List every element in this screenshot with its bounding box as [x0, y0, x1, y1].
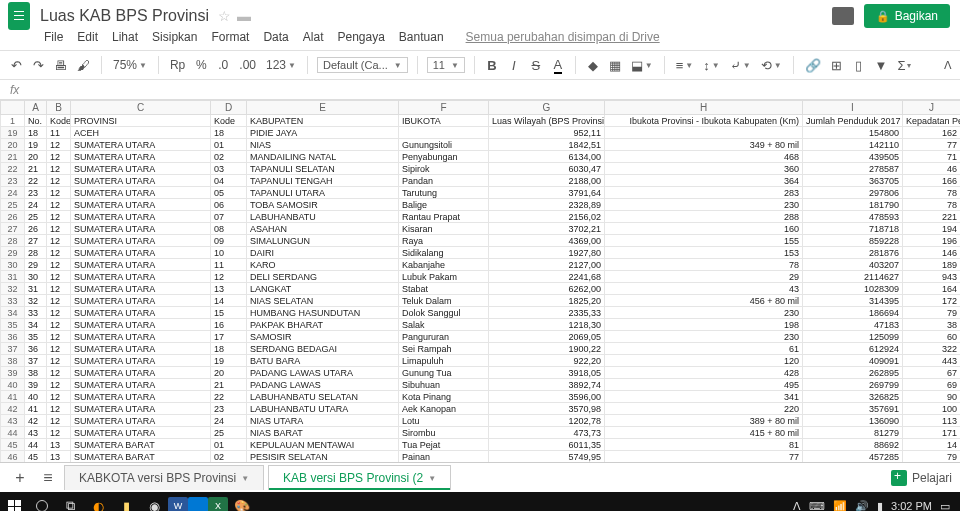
cell[interactable]: 230 [605, 199, 803, 211]
row-header[interactable]: 20 [1, 139, 25, 151]
cell[interactable]: 1900,22 [489, 343, 605, 355]
cell[interactable]: 12 [47, 199, 71, 211]
cell[interactable]: 3918,05 [489, 367, 605, 379]
cell[interactable]: 81 [605, 439, 803, 451]
cell[interactable]: Tua Pejat [399, 439, 489, 451]
cell[interactable]: 1202,78 [489, 415, 605, 427]
cell[interactable]: 37 [25, 355, 47, 367]
strike-button[interactable]: S [528, 55, 544, 75]
cell[interactable]: 12 [47, 163, 71, 175]
cell[interactable]: 3702,21 [489, 223, 605, 235]
cell[interactable]: 288 [605, 211, 803, 223]
file-explorer-icon[interactable]: ▮ [112, 492, 140, 511]
menu-format[interactable]: Format [211, 30, 249, 44]
comment-button[interactable]: ⊞ [829, 55, 845, 75]
cell[interactable]: SUMATERA BARAT [71, 439, 211, 451]
row-header[interactable]: 28 [1, 235, 25, 247]
cell[interactable]: 230 [605, 331, 803, 343]
cell[interactable]: 03 [211, 163, 247, 175]
row-header[interactable]: 19 [1, 127, 25, 139]
cell[interactable]: 47183 [803, 319, 903, 331]
cell[interactable]: Penyabungan [399, 151, 489, 163]
cell[interactable]: 12 [47, 331, 71, 343]
cell[interactable]: 18 [211, 127, 247, 139]
cell[interactable]: PADANG LAWAS UTARA [247, 367, 399, 379]
cell[interactable]: 08 [211, 223, 247, 235]
cell[interactable]: 262895 [803, 367, 903, 379]
decrease-decimal[interactable]: .0 [215, 55, 231, 75]
cell[interactable]: 12 [47, 295, 71, 307]
cell[interactable]: 20 [25, 151, 47, 163]
cell[interactable]: 12 [47, 139, 71, 151]
cell[interactable]: 2127,00 [489, 259, 605, 271]
cell[interactable]: SUMATERA UTARA [71, 415, 211, 427]
cell[interactable]: 6134,00 [489, 151, 605, 163]
col-E[interactable]: E [247, 101, 399, 115]
cell[interactable]: 12 [47, 187, 71, 199]
borders[interactable]: ▦ [607, 55, 623, 75]
cell[interactable]: SUMATERA UTARA [71, 247, 211, 259]
cell[interactable]: 2156,02 [489, 211, 605, 223]
cell[interactable]: Kota Pinang [399, 391, 489, 403]
cell[interactable]: NIAS BARAT [247, 427, 399, 439]
cell[interactable]: 13 [211, 283, 247, 295]
cell[interactable]: 357691 [803, 403, 903, 415]
menu-data[interactable]: Data [263, 30, 288, 44]
cell[interactable]: LABUHANBATU SELATAN [247, 391, 399, 403]
cell[interactable]: SUMATERA UTARA [71, 163, 211, 175]
row-header[interactable]: 22 [1, 163, 25, 175]
cell[interactable]: 473,73 [489, 427, 605, 439]
cell[interactable]: 360 [605, 163, 803, 175]
row-header[interactable]: 32 [1, 283, 25, 295]
cell[interactable]: 12 [47, 211, 71, 223]
doc-title[interactable]: Luas KAB BPS Provinsi [40, 7, 209, 25]
cell[interactable]: 39 [25, 379, 47, 391]
cell[interactable]: 221 [903, 211, 961, 223]
cell[interactable]: 153 [605, 247, 803, 259]
cell[interactable]: Painan [399, 451, 489, 463]
col-H[interactable]: H [605, 101, 803, 115]
cell[interactable]: Pandan [399, 175, 489, 187]
cell[interactable]: 341 [605, 391, 803, 403]
cell[interactable]: 155 [605, 235, 803, 247]
folder-icon[interactable]: ▬ [237, 8, 251, 24]
cell[interactable]: 12 [47, 379, 71, 391]
cell[interactable]: HUMBANG HASUNDUTAN [247, 307, 399, 319]
cell[interactable]: Gunung Tua [399, 367, 489, 379]
cell[interactable]: 02 [211, 451, 247, 463]
cell[interactable]: 71 [903, 151, 961, 163]
cell[interactable]: Kisaran [399, 223, 489, 235]
cell[interactable]: 12 [47, 151, 71, 163]
paint-format-button[interactable]: 🖌 [75, 55, 92, 75]
cortana-button[interactable] [28, 492, 56, 511]
cell[interactable]: 77 [903, 139, 961, 151]
cell[interactable]: 457285 [803, 451, 903, 463]
firefox-icon[interactable]: ◐ [84, 492, 112, 511]
cell[interactable]: TAPANULI TENGAH [247, 175, 399, 187]
word-icon[interactable]: W [168, 497, 188, 511]
cell[interactable]: 40 [25, 391, 47, 403]
cell[interactable]: 1842,51 [489, 139, 605, 151]
merge-cells[interactable]: ⬓▼ [629, 55, 655, 75]
cell[interactable]: PAKPAK BHARAT [247, 319, 399, 331]
chart-button[interactable]: ▯ [851, 55, 867, 75]
cell[interactable]: 12 [47, 319, 71, 331]
cell[interactable]: 29 [25, 259, 47, 271]
cell[interactable]: Teluk Dalam [399, 295, 489, 307]
cell[interactable]: 23 [211, 403, 247, 415]
cell[interactable]: 198 [605, 319, 803, 331]
cell[interactable]: 25 [25, 211, 47, 223]
cell[interactable]: 297806 [803, 187, 903, 199]
cell[interactable]: 09 [211, 235, 247, 247]
cell[interactable]: 04 [211, 175, 247, 187]
row-header[interactable]: 41 [1, 391, 25, 403]
cell[interactable]: Sibuhuan [399, 379, 489, 391]
cell[interactable]: SUMATERA UTARA [71, 319, 211, 331]
cell[interactable]: 36 [25, 343, 47, 355]
cell[interactable]: 23 [25, 187, 47, 199]
bold-button[interactable]: B [484, 55, 500, 75]
row-header[interactable]: 37 [1, 343, 25, 355]
cell[interactable]: 283 [605, 187, 803, 199]
cell[interactable]: 12 [47, 223, 71, 235]
sheet-tab-1[interactable]: KABKOTA versi BPS Provinsi▼ [64, 465, 264, 490]
